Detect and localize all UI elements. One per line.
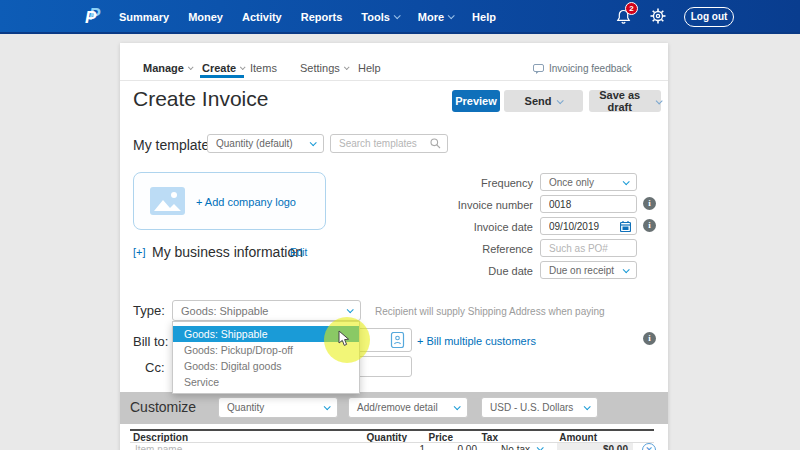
customize-label: Customize	[130, 399, 196, 415]
chevron-down-icon	[347, 306, 354, 313]
preview-button[interactable]: Preview	[452, 90, 500, 112]
due-date-select[interactable]: Due on receipt	[540, 261, 637, 279]
chevron-down-icon	[448, 12, 455, 19]
search-icon	[430, 138, 441, 149]
invoice-number-input[interactable]	[541, 199, 636, 210]
active-tab-underline	[200, 75, 244, 78]
invoice-date-label: Invoice date	[443, 221, 533, 233]
type-hint-text: Recipient will supply Shipping Address w…	[375, 306, 605, 317]
paypal-logo[interactable]: P P	[84, 5, 106, 29]
invoice-number-field	[540, 195, 637, 213]
chevron-down-icon	[454, 403, 461, 410]
table-top-border	[130, 429, 654, 431]
currency-select[interactable]: USD - U.S. Dollars	[481, 397, 598, 418]
divider	[120, 80, 668, 81]
cc-label: Cc:	[145, 360, 165, 375]
save-as-draft-button[interactable]: Save as draft	[589, 90, 661, 112]
nav-links: Summary Money Activity Reports Tools Mor…	[119, 0, 496, 34]
customize-quantity-select[interactable]: Quantity	[218, 397, 338, 418]
settings-gear-icon[interactable]	[650, 8, 666, 28]
reference-field	[540, 239, 637, 257]
chevron-down-icon	[623, 266, 630, 273]
address-book-icon[interactable]	[390, 332, 405, 348]
type-label: Type:	[133, 303, 165, 318]
chevron-down-icon	[393, 12, 400, 19]
bill-multiple-customers-link[interactable]: + Bill multiple customers	[417, 335, 536, 347]
chevron-down-icon	[623, 178, 630, 185]
paypal-logo-front-p: P	[85, 8, 96, 28]
invoice-date-field	[540, 217, 637, 235]
bill-to-label: Bill to:	[133, 334, 168, 349]
item-row-price[interactable]: 0.00	[440, 444, 477, 450]
invoice-date-info-icon[interactable]: i	[643, 219, 656, 232]
reference-label: Reference	[443, 243, 533, 255]
template-search	[330, 134, 448, 153]
bill-to-info-icon[interactable]: i	[643, 332, 656, 345]
notification-count-badge: 2	[625, 2, 638, 15]
template-select[interactable]: Quantity (default)	[207, 134, 324, 153]
chevron-down-icon	[557, 97, 564, 104]
add-remove-detail-select[interactable]: Add/remove detail	[348, 397, 468, 418]
chevron-down-icon	[324, 403, 331, 410]
nav-item-activity[interactable]: Activity	[242, 11, 282, 23]
chevron-down-icon	[310, 139, 317, 146]
image-placeholder-icon	[150, 187, 185, 215]
chevron-down-icon	[584, 403, 591, 410]
nav-item-reports[interactable]: Reports	[301, 11, 343, 23]
invoice-number-label: Invoice number	[443, 199, 533, 211]
business-info-label: My business information	[152, 244, 303, 260]
menu-option-goods-digital[interactable]: Goods: Digital goods	[173, 358, 359, 374]
tab-manage[interactable]: Manage	[143, 62, 192, 74]
calendar-icon[interactable]	[620, 221, 631, 232]
item-row-quantity[interactable]: 1	[400, 444, 425, 450]
frequency-label: Frequency	[443, 177, 533, 189]
paypal-invoicing-screen: P P Summary Money Activity Reports Tools…	[0, 0, 800, 450]
top-nav: P P Summary Money Activity Reports Tools…	[0, 0, 800, 34]
edit-business-info-link[interactable]: Edit	[290, 247, 307, 258]
menu-option-service[interactable]: Service	[173, 374, 359, 390]
logout-button[interactable]: Log out	[684, 7, 734, 27]
nav-item-help[interactable]: Help	[472, 11, 496, 23]
item-row-description	[135, 444, 285, 450]
page-title: Create Invoice	[133, 87, 268, 111]
reference-input[interactable]	[541, 243, 636, 254]
nav-item-more[interactable]: More	[418, 11, 453, 23]
remove-row-icon[interactable]: ✕	[642, 443, 656, 450]
item-name-input[interactable]	[135, 444, 285, 450]
item-row-tax-select[interactable]: No tax	[488, 444, 530, 450]
type-select-trigger[interactable]: Goods: Shippable	[172, 300, 361, 321]
search-templates-input[interactable]	[331, 138, 430, 149]
due-date-label: Due date	[443, 265, 533, 277]
expand-business-info-icon[interactable]: [+]	[133, 246, 146, 258]
nav-item-tools[interactable]: Tools	[361, 11, 399, 23]
nav-item-money[interactable]: Money	[188, 11, 223, 23]
my-templates-label: My templates	[133, 137, 216, 153]
tab-help[interactable]: Help	[358, 62, 381, 74]
add-company-logo-label[interactable]: + Add company logo	[196, 196, 296, 208]
tab-settings[interactable]: Settings	[300, 62, 348, 74]
frequency-select[interactable]: Once only	[540, 173, 637, 191]
invoicing-feedback-link[interactable]: Invoicing feedback	[533, 63, 632, 74]
send-button[interactable]: Send	[504, 90, 583, 112]
type-dropdown-menu: Goods: Shippable Goods: Pickup/Drop-off …	[172, 321, 360, 394]
nav-item-summary[interactable]: Summary	[119, 11, 169, 23]
invoice-number-info-icon[interactable]: i	[643, 197, 656, 210]
tab-items[interactable]: Items	[250, 62, 277, 74]
menu-option-goods-shippable[interactable]: Goods: Shippable	[173, 326, 359, 342]
item-row-amount: $0.00	[560, 444, 628, 450]
menu-option-goods-pickup[interactable]: Goods: Pickup/Drop-off	[173, 342, 359, 358]
tab-create[interactable]: Create	[202, 62, 244, 74]
invoice-date-input[interactable]	[541, 221, 620, 232]
speech-bubble-icon	[533, 64, 544, 74]
